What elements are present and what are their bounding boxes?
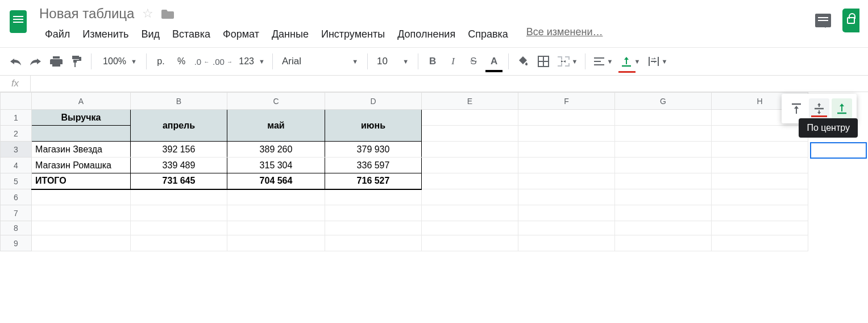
folder-icon[interactable] xyxy=(161,9,174,19)
row-header-9[interactable]: 9 xyxy=(1,235,32,251)
spreadsheet-grid[interactable]: A B C D E F G H 1 Выручка апрель май июн… xyxy=(0,92,868,251)
cell-E1[interactable] xyxy=(422,110,518,126)
cell-H4[interactable] xyxy=(712,158,808,173)
cell-H3[interactable] xyxy=(712,142,808,158)
currency-button[interactable]: р. xyxy=(151,52,171,71)
row-header-5[interactable]: 5 xyxy=(1,173,32,189)
cell-E8[interactable] xyxy=(422,221,518,235)
cell-A4[interactable]: Магазин Ромашка xyxy=(32,158,131,173)
menu-help[interactable]: Справка xyxy=(462,26,514,43)
menu-data[interactable]: Данные xyxy=(266,26,314,43)
menu-view[interactable]: Вид xyxy=(135,26,165,43)
cell-F2[interactable] xyxy=(518,126,615,142)
percent-button[interactable]: % xyxy=(172,52,191,71)
bold-button[interactable]: B xyxy=(423,52,442,71)
menu-file[interactable]: Файл xyxy=(39,26,76,43)
row-header-2[interactable]: 2 xyxy=(1,126,32,142)
undo-button[interactable] xyxy=(6,52,25,71)
col-header-G[interactable]: G xyxy=(615,93,712,110)
col-header-A[interactable]: A xyxy=(32,93,131,110)
print-button[interactable] xyxy=(47,52,66,71)
cell-G9[interactable] xyxy=(615,235,712,251)
comments-icon[interactable] xyxy=(815,14,831,27)
cell-G6[interactable] xyxy=(615,189,712,205)
borders-button[interactable] xyxy=(534,52,553,71)
cell-A7[interactable] xyxy=(32,205,131,221)
cell-G4[interactable] xyxy=(615,158,712,173)
cell-G8[interactable] xyxy=(615,221,712,235)
cell-B1[interactable]: апрель xyxy=(131,110,227,142)
document-title[interactable]: Новая таблица xyxy=(39,6,134,22)
strikethrough-button[interactable]: S xyxy=(464,52,483,71)
valign-middle-option[interactable] xyxy=(809,98,829,119)
col-header-B[interactable]: B xyxy=(131,93,227,110)
cell-H8[interactable] xyxy=(712,221,808,235)
col-header-D[interactable]: D xyxy=(325,93,422,110)
col-header-E[interactable]: E xyxy=(422,93,518,110)
row-header-7[interactable]: 7 xyxy=(1,205,32,221)
zoom-select[interactable]: 100%▼ xyxy=(96,52,142,71)
cell-A3[interactable]: Магазин Звезда xyxy=(32,142,131,158)
italic-button[interactable]: I xyxy=(443,52,463,71)
cell-A6[interactable] xyxy=(32,189,131,205)
cell-D6[interactable] xyxy=(325,189,422,205)
cell-C6[interactable] xyxy=(227,189,325,205)
merge-cells-button[interactable]: ▼ xyxy=(554,52,580,71)
cell-F4[interactable] xyxy=(518,158,615,173)
number-format-button[interactable]: 123▼ xyxy=(234,52,268,71)
col-header-C[interactable]: C xyxy=(227,93,325,110)
cell-G3[interactable] xyxy=(615,142,712,158)
cell-H7[interactable] xyxy=(712,205,808,221)
cell-E3[interactable] xyxy=(422,142,518,158)
menu-format[interactable]: Формат xyxy=(217,26,265,43)
app-logo[interactable] xyxy=(6,6,31,38)
cell-C1[interactable]: май xyxy=(227,110,325,142)
text-color-button[interactable]: A xyxy=(484,52,504,71)
corner-cell[interactable] xyxy=(1,93,32,110)
cell-D4[interactable]: 336 597 xyxy=(325,158,422,173)
cell-F6[interactable] xyxy=(518,189,615,205)
decrease-decimal-button[interactable]: .0 ← xyxy=(192,52,211,71)
cell-G5[interactable] xyxy=(615,173,712,189)
share-button[interactable] xyxy=(842,9,859,32)
row-header-6[interactable]: 6 xyxy=(1,189,32,205)
cell-D3[interactable]: 379 930 xyxy=(325,142,422,158)
cell-F8[interactable] xyxy=(518,221,615,235)
cell-E2[interactable] xyxy=(422,126,518,142)
redo-button[interactable] xyxy=(26,52,45,71)
cell-F1[interactable] xyxy=(518,110,615,126)
menu-edit[interactable]: Изменить xyxy=(77,26,134,43)
cell-C5[interactable]: 704 564 xyxy=(227,173,325,189)
cell-B9[interactable] xyxy=(131,235,227,251)
cell-B3[interactable]: 392 156 xyxy=(131,142,227,158)
cell-D1[interactable]: июнь xyxy=(325,110,422,142)
cell-D8[interactable] xyxy=(325,221,422,235)
cell-B6[interactable] xyxy=(131,189,227,205)
cell-H9[interactable] xyxy=(712,235,808,251)
cell-G7[interactable] xyxy=(615,205,712,221)
fontsize-select[interactable]: 10▼ xyxy=(372,56,413,67)
cell-B4[interactable]: 339 489 xyxy=(131,158,227,173)
cell-E7[interactable] xyxy=(422,205,518,221)
text-wrap-button[interactable]: ▼ xyxy=(645,52,671,71)
cell-A9[interactable] xyxy=(32,235,131,251)
cell-C8[interactable] xyxy=(227,221,325,235)
cell-D5[interactable]: 716 527 xyxy=(325,173,422,189)
cell-A1[interactable]: Выручка xyxy=(32,110,131,126)
cell-C9[interactable] xyxy=(227,235,325,251)
cell-B8[interactable] xyxy=(131,221,227,235)
cell-A8[interactable] xyxy=(32,221,131,235)
font-select[interactable]: Arial▼ xyxy=(277,56,363,67)
cell-E6[interactable] xyxy=(422,189,518,205)
cell-F7[interactable] xyxy=(518,205,615,221)
valign-top-option[interactable] xyxy=(786,98,807,119)
increase-decimal-button[interactable]: .00 → xyxy=(213,52,232,71)
horizontal-align-button[interactable]: ▼ xyxy=(590,52,616,71)
row-header-8[interactable]: 8 xyxy=(1,221,32,235)
cell-G2[interactable] xyxy=(615,126,712,142)
menu-insert[interactable]: Вставка xyxy=(167,26,216,43)
cell-B7[interactable] xyxy=(131,205,227,221)
menu-addons[interactable]: Дополнения xyxy=(392,26,461,43)
fill-color-button[interactable] xyxy=(513,52,533,71)
cell-E5[interactable] xyxy=(422,173,518,189)
